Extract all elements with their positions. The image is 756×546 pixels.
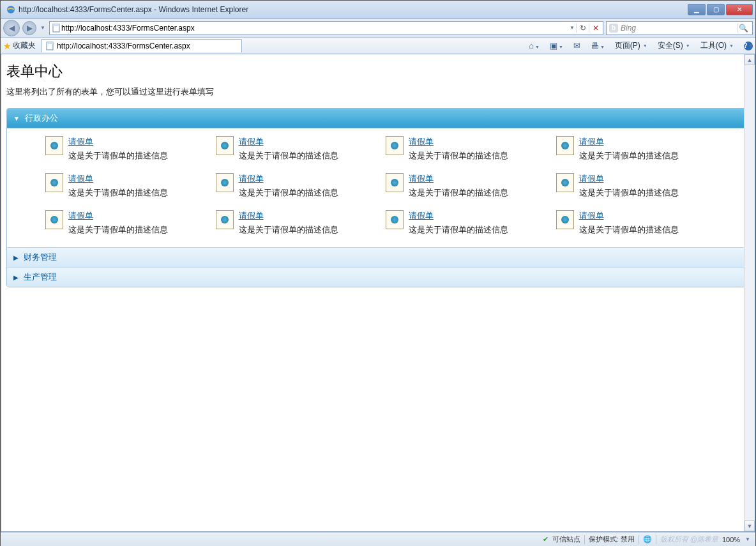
form-link[interactable]: 请假单 (579, 211, 604, 220)
tools-menu-button[interactable]: 工具(O) (700, 40, 734, 51)
tab-title: http://localhost:4333/FormsCenter.aspx (57, 42, 190, 50)
form-item: 请假单这是关于请假单的描述信息 (45, 210, 200, 236)
form-item: 请假单这是关于请假单的描述信息 (216, 210, 371, 236)
form-desc: 这是关于请假单的描述信息 (239, 187, 338, 199)
search-bar[interactable]: b Bing 🔍 (606, 21, 753, 35)
caret-right-icon: ▶ (13, 254, 19, 261)
accordion-header[interactable]: ▶生产管理 (7, 267, 749, 287)
accordion-header[interactable]: ▶财务管理 (7, 247, 749, 267)
form-desc: 这是关于请假单的描述信息 (409, 150, 508, 162)
accordion-title: 财务管理 (24, 252, 57, 263)
form-document-icon (45, 210, 63, 229)
form-document-icon (386, 210, 404, 229)
caret-right-icon: ▶ (13, 274, 19, 281)
status-bar: ✔ 可信站点 保护模式: 禁用 🌐 版权所有 @陈希章 100% ▼ (1, 532, 755, 546)
accordion-header[interactable]: ▼行政办公 (7, 109, 749, 128)
form-item: 请假单这是关于请假单的描述信息 (216, 173, 371, 199)
form-desc: 这是关于请假单的描述信息 (579, 187, 679, 199)
help-button[interactable]: ? (744, 42, 753, 50)
tab-page-icon (45, 42, 54, 50)
accordion: ▼行政办公请假单这是关于请假单的描述信息请假单这是关于请假单的描述信息请假单这是… (6, 108, 750, 287)
forward-button[interactable]: ▶ (22, 21, 36, 35)
content-viewport: 表单中心 这里将列出了所有的表单，您可以通过这里进行表单填写 ▼行政办公请假单这… (1, 54, 755, 532)
form-document-icon (556, 136, 574, 155)
form-desc: 这是关于请假单的描述信息 (579, 150, 679, 162)
form-document-icon (216, 173, 234, 192)
favorites-button[interactable]: 收藏夹 (13, 40, 36, 51)
address-bar[interactable]: ▼ ↻ ✕ (49, 21, 603, 35)
form-desc: 这是关于请假单的描述信息 (409, 187, 508, 199)
form-link[interactable]: 请假单 (239, 137, 264, 146)
browser-tab[interactable]: http://localhost:4333/FormsCenter.aspx (41, 39, 242, 52)
scroll-down-icon[interactable]: ▼ (745, 520, 755, 531)
accordion-title: 生产管理 (24, 271, 57, 283)
history-dropdown-icon[interactable]: ▼ (39, 25, 47, 31)
zoom-level[interactable]: 100% (722, 536, 740, 543)
form-document-icon (386, 136, 404, 155)
form-link[interactable]: 请假单 (68, 211, 93, 220)
window-minimize-button[interactable]: ▁ (688, 4, 706, 15)
trusted-site-label: 可信站点 (552, 535, 580, 544)
svg-rect-4 (47, 42, 53, 44)
form-link[interactable]: 请假单 (579, 174, 604, 183)
navigation-bar: ◀ ▶ ▼ ▼ ↻ ✕ b Bing 🔍 (1, 19, 755, 38)
form-link[interactable]: 请假单 (409, 174, 434, 183)
watermark: 版权所有 @陈希章 (660, 535, 718, 544)
form-item: 请假单这是关于请假单的描述信息 (216, 136, 371, 162)
back-button[interactable]: ◀ (3, 20, 20, 36)
form-desc: 这是关于请假单的描述信息 (68, 187, 168, 199)
form-document-icon (216, 136, 234, 155)
window-close-button[interactable]: ✕ (726, 4, 753, 15)
zoom-dropdown-icon[interactable]: ▼ (744, 536, 752, 542)
trusted-check-icon: ✔ (543, 535, 548, 543)
form-link[interactable]: 请假单 (579, 137, 604, 146)
ie-icon (6, 4, 16, 15)
accordion-body: 请假单这是关于请假单的描述信息请假单这是关于请假单的描述信息请假单这是关于请假单… (7, 128, 749, 247)
bing-icon: b (609, 24, 618, 33)
form-link[interactable]: 请假单 (409, 211, 434, 220)
url-input[interactable] (61, 22, 568, 34)
tabs-row: ★ 收藏夹 http://localhost:4333/FormsCenter.… (1, 38, 755, 54)
page-subtitle: 这里将列出了所有的表单，您可以通过这里进行表单填写 (6, 86, 750, 98)
favorites-star-icon[interactable]: ★ (3, 41, 11, 51)
form-link[interactable]: 请假单 (68, 137, 93, 146)
stop-button[interactable]: ✕ (589, 24, 601, 33)
form-item: 请假单这是关于请假单的描述信息 (45, 173, 200, 199)
refresh-button[interactable]: ↻ (576, 24, 589, 33)
accordion-title: 行政办公 (25, 112, 58, 124)
form-desc: 这是关于请假单的描述信息 (239, 150, 338, 162)
home-button[interactable]: ⌂ (529, 41, 540, 50)
safety-menu-button[interactable]: 安全(S) (658, 40, 690, 51)
mail-button[interactable]: ✉ (573, 41, 580, 50)
form-link[interactable]: 请假单 (68, 174, 93, 183)
form-item: 请假单这是关于请假单的描述信息 (386, 136, 541, 162)
window-maximize-button[interactable]: ▢ (707, 4, 725, 15)
window-titlebar: http://localhost:4333/FormsCenter.aspx -… (1, 1, 755, 19)
form-document-icon (45, 136, 63, 155)
page-icon (51, 23, 61, 33)
protected-mode-label: 保护模式: 禁用 (589, 535, 635, 544)
form-desc: 这是关于请假单的描述信息 (409, 224, 508, 236)
form-document-icon (556, 210, 574, 229)
form-item: 请假单这是关于请假单的描述信息 (386, 173, 541, 199)
form-item: 请假单这是关于请假单的描述信息 (386, 210, 541, 236)
form-document-icon (45, 173, 63, 192)
url-dropdown-icon[interactable]: ▼ (568, 25, 576, 31)
feeds-button[interactable]: ▣ (550, 41, 563, 50)
search-button[interactable]: 🔍 (737, 24, 750, 33)
form-document-icon (556, 173, 574, 192)
form-link[interactable]: 请假单 (239, 211, 264, 220)
svg-rect-2 (53, 24, 59, 26)
form-desc: 这是关于请假单的描述信息 (579, 224, 679, 236)
form-link[interactable]: 请假单 (239, 174, 264, 183)
form-item: 请假单这是关于请假单的描述信息 (556, 173, 711, 199)
form-item: 请假单这是关于请假单的描述信息 (556, 210, 711, 236)
scroll-up-icon[interactable]: ▲ (745, 54, 755, 65)
print-button[interactable]: 🖶 (591, 41, 605, 50)
caret-down-icon: ▼ (13, 115, 20, 122)
page-menu-button[interactable]: 页面(P) (615, 40, 647, 51)
zone-icon[interactable]: 🌐 (643, 535, 652, 543)
form-link[interactable]: 请假单 (409, 137, 434, 146)
window-title: http://localhost:4333/FormsCenter.aspx -… (19, 5, 688, 14)
vertical-scrollbar[interactable]: ▲ ▼ (744, 54, 755, 531)
